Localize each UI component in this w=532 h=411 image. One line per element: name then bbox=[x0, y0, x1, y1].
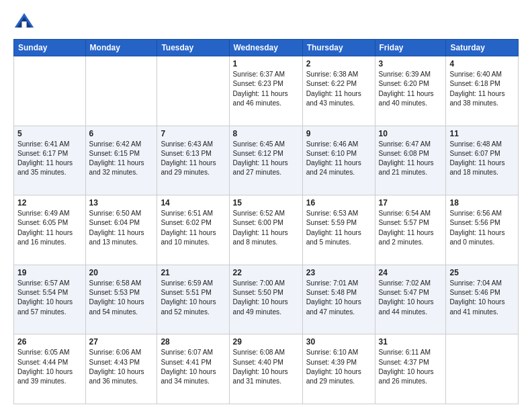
day-number: 11 bbox=[449, 129, 515, 138]
day-info: Sunrise: 6:59 AM Sunset: 5:51 PM Dayligh… bbox=[161, 279, 225, 317]
day-info: Sunrise: 6:49 AM Sunset: 6:05 PM Dayligh… bbox=[17, 209, 82, 247]
calendar-week-row: 5Sunrise: 6:41 AM Sunset: 6:17 PM Daylig… bbox=[14, 126, 519, 195]
day-info: Sunrise: 6:37 AM Sunset: 6:23 PM Dayligh… bbox=[233, 70, 299, 108]
calendar-cell: 17Sunrise: 6:54 AM Sunset: 5:57 PM Dayli… bbox=[375, 195, 446, 265]
day-number: 21 bbox=[161, 268, 225, 277]
day-number: 7 bbox=[161, 129, 225, 138]
calendar-week-row: 1Sunrise: 6:37 AM Sunset: 6:23 PM Daylig… bbox=[14, 56, 519, 126]
svg-rect-2 bbox=[21, 21, 26, 28]
day-info: Sunrise: 6:41 AM Sunset: 6:17 PM Dayligh… bbox=[17, 140, 82, 178]
day-info: Sunrise: 6:53 AM Sunset: 5:59 PM Dayligh… bbox=[306, 209, 371, 247]
calendar-cell: 10Sunrise: 6:47 AM Sunset: 6:08 PM Dayli… bbox=[375, 126, 446, 195]
day-number: 29 bbox=[233, 337, 299, 347]
calendar-cell: 30Sunrise: 6:10 AM Sunset: 4:39 PM Dayli… bbox=[302, 334, 375, 404]
day-info: Sunrise: 6:43 AM Sunset: 6:13 PM Dayligh… bbox=[161, 140, 225, 178]
calendar-cell bbox=[446, 334, 519, 404]
day-info: Sunrise: 7:02 AM Sunset: 5:47 PM Dayligh… bbox=[379, 279, 443, 317]
day-number: 12 bbox=[17, 198, 82, 208]
day-number: 23 bbox=[306, 268, 371, 277]
day-info: Sunrise: 6:51 AM Sunset: 6:02 PM Dayligh… bbox=[161, 209, 225, 247]
calendar-day-header: Friday bbox=[375, 40, 446, 56]
logo-icon bbox=[13, 11, 35, 32]
day-info: Sunrise: 6:40 AM Sunset: 6:18 PM Dayligh… bbox=[449, 70, 515, 108]
calendar-cell: 26Sunrise: 6:05 AM Sunset: 4:44 PM Dayli… bbox=[14, 334, 86, 404]
calendar-cell: 16Sunrise: 6:53 AM Sunset: 5:59 PM Dayli… bbox=[302, 195, 375, 265]
calendar-cell bbox=[85, 56, 157, 126]
day-number: 13 bbox=[89, 198, 154, 208]
day-info: Sunrise: 6:11 AM Sunset: 4:37 PM Dayligh… bbox=[379, 348, 443, 386]
calendar-cell: 6Sunrise: 6:42 AM Sunset: 6:15 PM Daylig… bbox=[85, 126, 157, 195]
header bbox=[13, 11, 519, 32]
day-info: Sunrise: 6:47 AM Sunset: 6:08 PM Dayligh… bbox=[379, 140, 443, 178]
day-info: Sunrise: 6:58 AM Sunset: 5:53 PM Dayligh… bbox=[89, 279, 154, 317]
calendar-cell: 20Sunrise: 6:58 AM Sunset: 5:53 PM Dayli… bbox=[85, 265, 157, 334]
calendar-cell bbox=[157, 56, 229, 126]
calendar-cell: 7Sunrise: 6:43 AM Sunset: 6:13 PM Daylig… bbox=[157, 126, 229, 195]
day-number: 4 bbox=[449, 59, 515, 68]
calendar-cell: 8Sunrise: 6:45 AM Sunset: 6:12 PM Daylig… bbox=[229, 126, 302, 195]
calendar-cell: 4Sunrise: 6:40 AM Sunset: 6:18 PM Daylig… bbox=[446, 56, 519, 126]
calendar-header-row: SundayMondayTuesdayWednesdayThursdayFrid… bbox=[14, 40, 519, 56]
day-number: 15 bbox=[233, 198, 299, 208]
day-info: Sunrise: 6:54 AM Sunset: 5:57 PM Dayligh… bbox=[379, 209, 443, 247]
day-number: 3 bbox=[379, 59, 443, 68]
day-number: 20 bbox=[89, 268, 154, 277]
day-number: 19 bbox=[17, 268, 82, 277]
day-number: 31 bbox=[379, 337, 443, 347]
day-number: 10 bbox=[379, 129, 443, 138]
calendar-cell: 22Sunrise: 7:00 AM Sunset: 5:50 PM Dayli… bbox=[229, 265, 302, 334]
day-info: Sunrise: 6:38 AM Sunset: 6:22 PM Dayligh… bbox=[306, 70, 371, 108]
calendar-cell: 9Sunrise: 6:46 AM Sunset: 6:10 PM Daylig… bbox=[302, 126, 375, 195]
logo bbox=[13, 11, 38, 32]
calendar-cell: 18Sunrise: 6:56 AM Sunset: 5:56 PM Dayli… bbox=[446, 195, 519, 265]
calendar-day-header: Tuesday bbox=[157, 40, 229, 56]
calendar-cell: 31Sunrise: 6:11 AM Sunset: 4:37 PM Dayli… bbox=[375, 334, 446, 404]
day-number: 5 bbox=[17, 129, 82, 138]
calendar-cell: 15Sunrise: 6:52 AM Sunset: 6:00 PM Dayli… bbox=[229, 195, 302, 265]
calendar-cell: 27Sunrise: 6:06 AM Sunset: 4:43 PM Dayli… bbox=[85, 334, 157, 404]
calendar-day-header: Saturday bbox=[446, 40, 519, 56]
day-info: Sunrise: 6:52 AM Sunset: 6:00 PM Dayligh… bbox=[233, 209, 299, 247]
calendar-day-header: Thursday bbox=[302, 40, 375, 56]
calendar-cell: 25Sunrise: 7:04 AM Sunset: 5:46 PM Dayli… bbox=[446, 265, 519, 334]
calendar-cell: 2Sunrise: 6:38 AM Sunset: 6:22 PM Daylig… bbox=[302, 56, 375, 126]
calendar-cell: 21Sunrise: 6:59 AM Sunset: 5:51 PM Dayli… bbox=[157, 265, 229, 334]
day-number: 16 bbox=[306, 198, 371, 208]
calendar-cell: 23Sunrise: 7:01 AM Sunset: 5:48 PM Dayli… bbox=[302, 265, 375, 334]
calendar-day-header: Monday bbox=[85, 40, 157, 56]
day-info: Sunrise: 6:42 AM Sunset: 6:15 PM Dayligh… bbox=[89, 140, 154, 178]
calendar-cell bbox=[14, 56, 86, 126]
day-info: Sunrise: 6:56 AM Sunset: 5:56 PM Dayligh… bbox=[449, 209, 515, 247]
day-number: 30 bbox=[306, 337, 371, 347]
page: SundayMondayTuesdayWednesdayThursdayFrid… bbox=[0, 0, 532, 411]
calendar-cell: 1Sunrise: 6:37 AM Sunset: 6:23 PM Daylig… bbox=[229, 56, 302, 126]
day-info: Sunrise: 7:01 AM Sunset: 5:48 PM Dayligh… bbox=[306, 279, 371, 317]
day-info: Sunrise: 6:05 AM Sunset: 4:44 PM Dayligh… bbox=[17, 348, 82, 386]
day-number: 28 bbox=[161, 337, 225, 347]
day-number: 18 bbox=[449, 198, 515, 208]
day-info: Sunrise: 6:48 AM Sunset: 6:07 PM Dayligh… bbox=[449, 140, 515, 178]
calendar-cell: 5Sunrise: 6:41 AM Sunset: 6:17 PM Daylig… bbox=[14, 126, 86, 195]
calendar-week-row: 26Sunrise: 6:05 AM Sunset: 4:44 PM Dayli… bbox=[14, 334, 519, 404]
calendar-cell: 29Sunrise: 6:08 AM Sunset: 4:40 PM Dayli… bbox=[229, 334, 302, 404]
calendar-table: SundayMondayTuesdayWednesdayThursdayFrid… bbox=[13, 39, 519, 404]
calendar-cell: 3Sunrise: 6:39 AM Sunset: 6:20 PM Daylig… bbox=[375, 56, 446, 126]
day-info: Sunrise: 6:07 AM Sunset: 4:41 PM Dayligh… bbox=[161, 348, 225, 386]
day-number: 27 bbox=[89, 337, 154, 347]
calendar-cell: 12Sunrise: 6:49 AM Sunset: 6:05 PM Dayli… bbox=[14, 195, 86, 265]
day-info: Sunrise: 7:04 AM Sunset: 5:46 PM Dayligh… bbox=[449, 279, 515, 317]
calendar-cell: 28Sunrise: 6:07 AM Sunset: 4:41 PM Dayli… bbox=[157, 334, 229, 404]
day-info: Sunrise: 6:10 AM Sunset: 4:39 PM Dayligh… bbox=[306, 348, 371, 386]
day-number: 25 bbox=[449, 268, 515, 277]
calendar-cell: 19Sunrise: 6:57 AM Sunset: 5:54 PM Dayli… bbox=[14, 265, 86, 334]
day-info: Sunrise: 6:45 AM Sunset: 6:12 PM Dayligh… bbox=[233, 140, 299, 178]
calendar-cell: 24Sunrise: 7:02 AM Sunset: 5:47 PM Dayli… bbox=[375, 265, 446, 334]
day-info: Sunrise: 6:08 AM Sunset: 4:40 PM Dayligh… bbox=[233, 348, 299, 386]
calendar-cell: 13Sunrise: 6:50 AM Sunset: 6:04 PM Dayli… bbox=[85, 195, 157, 265]
day-number: 22 bbox=[233, 268, 299, 277]
day-info: Sunrise: 7:00 AM Sunset: 5:50 PM Dayligh… bbox=[233, 279, 299, 317]
day-number: 1 bbox=[233, 59, 299, 68]
day-number: 6 bbox=[89, 129, 154, 138]
calendar-cell: 14Sunrise: 6:51 AM Sunset: 6:02 PM Dayli… bbox=[157, 195, 229, 265]
day-number: 14 bbox=[161, 198, 225, 208]
